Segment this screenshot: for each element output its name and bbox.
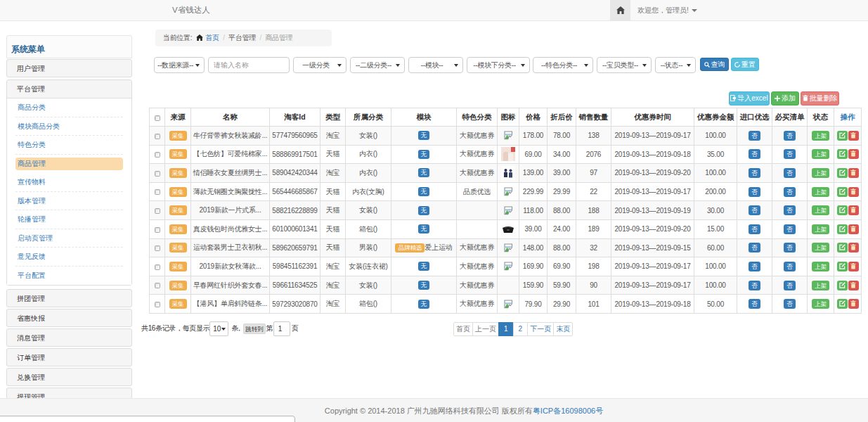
delete-button[interactable]	[848, 243, 859, 252]
edit-button[interactable]	[837, 243, 848, 252]
sidebar-submenu-item[interactable]: 特色分类	[15, 136, 123, 155]
filter-select-item-type[interactable]: --宝贝类型--	[597, 57, 652, 73]
filter-select-status[interactable]: --状态--	[655, 57, 696, 73]
filter-select-level2[interactable]: --二级分类--	[350, 57, 405, 73]
import-pick-toggle[interactable]: 否	[749, 131, 760, 141]
sidebar-submenu-item[interactable]: 平台配置	[15, 267, 123, 286]
pager-item[interactable]: 首页	[453, 322, 473, 336]
sidebar-section[interactable]: 消息管理	[6, 328, 132, 347]
sidebar-submenu-item[interactable]: 轮播管理	[15, 210, 123, 229]
row-checkbox[interactable]	[155, 171, 160, 177]
edit-button[interactable]	[837, 262, 848, 271]
navbar-home-button[interactable]	[610, 0, 630, 20]
row-checkbox[interactable]	[155, 302, 160, 307]
must-buy-toggle[interactable]: 否	[784, 262, 796, 271]
breadcrumb-home-link[interactable]: 首页	[205, 34, 219, 41]
must-buy-toggle[interactable]: 否	[784, 149, 796, 159]
pager-item[interactable]: 1	[498, 322, 514, 336]
pager-item[interactable]: 下一页	[527, 322, 554, 336]
pager-item[interactable]: 上一页	[472, 322, 499, 336]
filter-select-module-sub[interactable]: --模块下分类--	[467, 57, 530, 73]
must-buy-toggle[interactable]: 否	[784, 224, 796, 234]
app-brand[interactable]: V省钱达人	[172, 0, 210, 20]
import-excel-button[interactable]: 导入excel	[729, 91, 770, 106]
status-toggle[interactable]: 上架	[812, 262, 829, 271]
edit-button[interactable]	[837, 299, 848, 309]
status-toggle[interactable]: 上架	[812, 131, 829, 141]
delete-button[interactable]	[848, 187, 859, 197]
import-pick-toggle[interactable]: 否	[749, 281, 760, 290]
sidebar-section[interactable]: 拼团管理	[6, 289, 132, 307]
sidebar-section[interactable]: 兑换管理	[6, 368, 132, 386]
filter-name-input[interactable]	[208, 57, 290, 73]
sidebar-section[interactable]: 平台管理	[7, 80, 131, 98]
row-checkbox[interactable]	[155, 245, 160, 251]
import-pick-toggle[interactable]: 否	[749, 299, 760, 309]
status-toggle[interactable]: 上架	[812, 299, 829, 309]
import-pick-toggle[interactable]: 否	[749, 205, 760, 215]
filter-select-source[interactable]: --数据来源--	[154, 57, 205, 73]
edit-button[interactable]	[837, 131, 848, 141]
per-page-select[interactable]: 10	[209, 321, 228, 336]
status-toggle[interactable]: 上架	[812, 205, 829, 215]
delete-button[interactable]	[848, 299, 859, 309]
delete-button[interactable]	[848, 168, 859, 178]
status-toggle[interactable]: 上架	[812, 243, 829, 252]
edit-button[interactable]	[837, 205, 848, 215]
status-toggle[interactable]: 上架	[812, 224, 829, 234]
edit-button[interactable]	[837, 149, 848, 159]
add-button[interactable]: 添加	[771, 91, 799, 106]
jump-page-input[interactable]	[273, 321, 290, 336]
status-toggle[interactable]: 上架	[812, 187, 829, 197]
import-pick-toggle[interactable]: 否	[749, 224, 760, 234]
filter-select-module[interactable]: --模块--	[408, 57, 463, 73]
user-dropdown[interactable]: 欢迎您，管理员!	[637, 0, 697, 20]
edit-button[interactable]	[837, 168, 848, 178]
sidebar-submenu-item[interactable]: 宣传物料	[15, 173, 123, 192]
pager-item[interactable]: 2	[513, 322, 529, 336]
select-all-checkbox[interactable]	[155, 115, 160, 121]
delete-button[interactable]	[848, 205, 859, 215]
row-checkbox[interactable]	[155, 264, 160, 270]
import-pick-toggle[interactable]: 否	[749, 187, 760, 197]
status-toggle[interactable]: 上架	[812, 149, 829, 159]
sidebar-section[interactable]: 用户管理	[6, 59, 132, 77]
import-pick-toggle[interactable]: 否	[749, 262, 760, 271]
must-buy-toggle[interactable]: 否	[784, 187, 796, 197]
icp-link[interactable]: 粤ICP备16098006号	[533, 407, 603, 415]
sidebar-section[interactable]: 省惠快报	[6, 309, 132, 327]
must-buy-toggle[interactable]: 否	[784, 281, 796, 290]
filter-select-feature[interactable]: --特色分类--	[533, 57, 593, 73]
row-checkbox[interactable]	[155, 152, 160, 158]
row-checkbox[interactable]	[155, 283, 160, 288]
row-checkbox[interactable]	[155, 134, 160, 139]
must-buy-toggle[interactable]: 否	[784, 168, 796, 178]
must-buy-toggle[interactable]: 否	[784, 131, 796, 141]
search-button[interactable]: 查询	[700, 58, 729, 71]
delete-button[interactable]	[848, 131, 859, 141]
delete-button[interactable]	[848, 224, 859, 234]
status-toggle[interactable]: 上架	[812, 168, 829, 178]
delete-button[interactable]	[848, 262, 859, 271]
sidebar-submenu-item[interactable]: 模块商品分类	[15, 117, 123, 136]
must-buy-toggle[interactable]: 否	[784, 299, 796, 309]
sidebar-submenu-item[interactable]: 商品管理	[15, 158, 123, 170]
must-buy-toggle[interactable]: 否	[784, 243, 796, 252]
import-pick-toggle[interactable]: 否	[749, 149, 760, 159]
pager-item[interactable]: 末页	[553, 322, 573, 336]
batch-delete-button[interactable]: 批量删除	[801, 91, 839, 106]
must-buy-toggle[interactable]: 否	[784, 205, 796, 215]
import-pick-toggle[interactable]: 否	[749, 168, 760, 178]
reset-button[interactable]: 重置	[731, 58, 759, 71]
filter-select-level1[interactable]: 一级分类	[293, 57, 346, 73]
import-pick-toggle[interactable]: 否	[749, 243, 760, 252]
row-checkbox[interactable]	[155, 189, 160, 195]
sidebar-submenu-item[interactable]: 启动页管理	[15, 229, 123, 248]
delete-button[interactable]	[848, 149, 859, 159]
sidebar-submenu-item[interactable]: 意见反馈	[15, 248, 123, 267]
jump-button[interactable]: 跳转到	[243, 324, 266, 334]
delete-button[interactable]	[848, 281, 859, 290]
edit-button[interactable]	[837, 187, 848, 197]
row-checkbox[interactable]	[155, 208, 160, 214]
sidebar-submenu-item[interactable]: 版本管理	[15, 192, 123, 211]
